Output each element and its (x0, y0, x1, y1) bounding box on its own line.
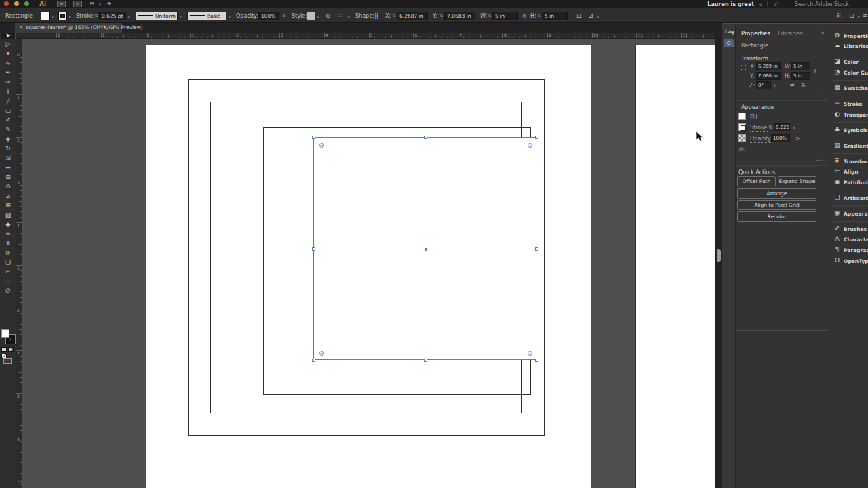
quick-action-align-to-pixel-grid[interactable]: Align to Pixel Grid (737, 200, 816, 210)
width-tool[interactable]: ↔ (1, 163, 16, 172)
color-button[interactable] (1, 347, 7, 352)
stock-button[interactable]: St (73, 1, 82, 7)
y-stepper[interactable]: ⇅ (439, 13, 443, 18)
layer-visibility-eye-icon[interactable]: ⊙ (724, 39, 734, 47)
stroke-weight-label[interactable]: Stroke: (76, 13, 95, 20)
fill-swatch[interactable] (738, 113, 746, 120)
free-transform-tool[interactable]: ⊡ (1, 172, 16, 182)
transform-h-field[interactable]: 5 in (791, 72, 810, 80)
canvas-scrollbar[interactable] (715, 33, 722, 488)
workspace-layout-icon[interactable]: ⊞ (90, 1, 94, 7)
magic-wand-tool[interactable]: ✦ (1, 49, 16, 58)
panel-menu-icon[interactable]: ≡ (863, 12, 868, 19)
mesh-tool[interactable]: ⊞ (1, 201, 16, 210)
workspace-switcher[interactable]: Lauren is great (707, 1, 754, 7)
x-field[interactable]: 6.2687 in (397, 12, 428, 20)
shape-builder-tool[interactable]: ⊜ (1, 182, 16, 191)
dock-item-swatches[interactable]: ▦Swatches (829, 84, 868, 94)
pen-tool[interactable]: ✒ (1, 68, 16, 77)
chevron-down-icon[interactable]: ∨ (773, 83, 776, 87)
fill-indicator[interactable] (1, 329, 9, 338)
shape-label[interactable]: Shape: (355, 13, 374, 20)
quick-action-recolor[interactable]: Recolor (737, 211, 816, 222)
stroke-stepper[interactable]: ⇅ (94, 13, 98, 18)
minimize-window-button[interactable] (14, 1, 19, 6)
rectangle-tool[interactable]: ▭ (1, 106, 16, 115)
fill-color-swatch[interactable] (41, 12, 50, 20)
stroke-color-swatch[interactable] (58, 12, 67, 20)
dock-item-color-guide[interactable]: ◔Color Gu... (829, 68, 868, 78)
close-window-button[interactable] (4, 1, 9, 6)
quick-action-expand-shape[interactable]: Expand Shape (778, 176, 816, 186)
panel-splitter[interactable] (736, 330, 829, 331)
quick-action-arrange[interactable]: Arrange (737, 188, 816, 199)
more-options-icon[interactable]: ... (816, 156, 823, 162)
selection-bounding-box[interactable] (313, 137, 536, 360)
chevron-down-icon[interactable]: ∨ (179, 14, 182, 19)
stroke-weight-field[interactable]: 0.625 (774, 123, 790, 131)
line-segment-tool[interactable]: ╱ (1, 96, 16, 106)
dock-item-pathfinder[interactable]: ▣Pathfinder (829, 178, 868, 188)
fill-stroke-indicator[interactable] (1, 329, 15, 346)
dock-item-gradient[interactable]: ▧Gradient (829, 142, 868, 151)
style-swatch[interactable] (307, 12, 315, 20)
tab-properties[interactable]: Properties (741, 30, 770, 37)
stroke-weight-field[interactable]: 0.625 pt (99, 12, 126, 20)
eraser-tool[interactable]: ◈ (1, 134, 16, 144)
selection-handle[interactable] (535, 359, 538, 362)
blend-tool[interactable]: ∞ (1, 229, 16, 239)
chevron-down-icon[interactable]: ∨ (857, 14, 860, 19)
w-field[interactable]: 5 in (492, 12, 518, 20)
stock-search-input[interactable]: Search Adobe Stock (795, 1, 849, 7)
dock-item-libraries[interactable]: ☁Libraries (829, 42, 868, 52)
stroke-stepper[interactable]: ⇅ (768, 125, 772, 130)
close-tab-icon[interactable]: × (19, 23, 24, 33)
transform-y-field[interactable]: 7.068 in (756, 72, 781, 80)
opacity-field[interactable]: 100% (258, 12, 279, 20)
curvature-tool[interactable]: ✑ (1, 77, 16, 87)
arrange-documents-icon[interactable]: ⠿ (837, 12, 842, 19)
dock-item-stroke[interactable]: ≡Stroke (829, 100, 868, 109)
selection-center-point[interactable] (425, 248, 427, 251)
column-graph-tool[interactable]: ⊪ (1, 248, 16, 258)
canvas[interactable] (22, 39, 715, 488)
chevron-down-icon[interactable]: ∨ (51, 14, 54, 19)
corner-radius-widget[interactable] (319, 351, 324, 356)
perspective-grid-tool[interactable]: ⊿ (1, 191, 16, 201)
shear-icon[interactable]: ⊿ (589, 12, 594, 19)
selection-handle[interactable] (312, 136, 315, 139)
dock-item-opentype[interactable]: OOpenType (829, 257, 868, 266)
transform-x-field[interactable]: 6.269 in (756, 62, 781, 70)
zoom-window-button[interactable] (24, 1, 29, 6)
align-options-icon[interactable]: ∷ (339, 12, 343, 19)
gradient-tool[interactable]: ▧ (1, 210, 16, 220)
dock-item-character[interactable]: ACharacter (829, 235, 868, 245)
hand-tool[interactable]: ☞ (1, 277, 16, 286)
transform-w-field[interactable]: 5 in (791, 62, 810, 70)
symbol-sprayer-tool[interactable]: ✵ (1, 239, 16, 248)
link-dimensions-icon[interactable]: ∞ (521, 13, 528, 18)
dock-item-transform[interactable]: ⠿Transfor... (829, 157, 868, 167)
zoom-tool[interactable]: ∅ (1, 286, 16, 296)
chevron-down-icon[interactable]: ∨ (127, 14, 130, 19)
dock-item-symbols[interactable]: ♣Symbols (829, 126, 868, 136)
ruler-origin-corner[interactable] (16, 33, 22, 39)
corner-radius-widget[interactable] (528, 351, 532, 356)
opacity-field[interactable]: 100% (771, 134, 790, 142)
panel-collapse-icon[interactable]: » (821, 30, 825, 36)
scale-tool[interactable]: ⇲ (1, 153, 16, 163)
corner-radius-widget[interactable] (319, 143, 324, 148)
stroke-swatch[interactable] (738, 123, 746, 131)
type-tool[interactable]: T (1, 87, 16, 96)
width-profile-dropdown[interactable]: Uniform (136, 12, 178, 20)
paintbrush-tool[interactable]: ✐ (1, 115, 16, 125)
scrollbar-thumb[interactable] (717, 249, 721, 262)
opacity-more-button[interactable]: > (795, 136, 800, 142)
corner-radius-widget[interactable] (528, 143, 532, 148)
tab-libraries[interactable]: Libraries (778, 30, 803, 37)
dock-item-align[interactable]: ⊢Align (829, 167, 868, 177)
chevron-down-icon[interactable]: ∨ (317, 14, 319, 19)
draw-mode-button[interactable] (3, 358, 12, 364)
opacity-more-button[interactable]: > (282, 13, 287, 19)
quick-action-offset-path[interactable]: Offset Path (737, 176, 776, 186)
